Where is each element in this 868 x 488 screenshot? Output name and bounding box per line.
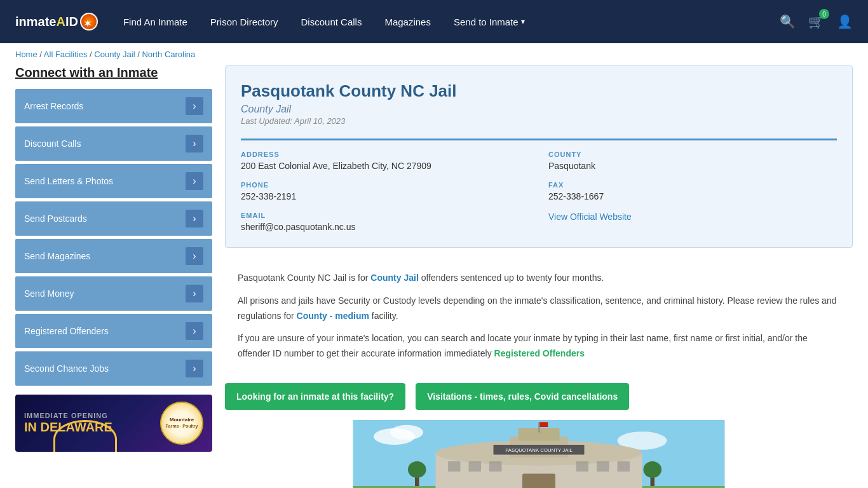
visitation-button[interactable]: Visitations - times, rules, Covid cancel… (416, 383, 629, 410)
main-layout: Connect with an Inmate Arrest Records › … (0, 65, 868, 488)
facility-card: Pasquotank County NC Jail County Jail La… (225, 65, 853, 248)
logo-text: inmate (15, 15, 56, 29)
arrow-icon: › (186, 135, 203, 152)
ad-text: IMMEDIATE OPENING IN DELAWARE (24, 412, 160, 435)
building-illustration: PASQUOTANK COUNTY JAIL (225, 420, 853, 488)
ad-immediate: IMMEDIATE OPENING (24, 412, 160, 419)
svg-rect-15 (618, 461, 630, 471)
svg-rect-10 (448, 461, 461, 471)
sidebar: Connect with an Inmate Arrest Records › … (15, 65, 212, 488)
logo-text2: ID (65, 15, 78, 29)
arrow-icon: › (186, 360, 203, 377)
address-value: 200 East Colonial Ave, Elizabeth City, N… (241, 161, 529, 171)
search-icon[interactable]: 🔍 (780, 14, 796, 29)
nav-magazines[interactable]: Magazines (384, 17, 431, 27)
facility-type: County Jail (241, 104, 837, 115)
sidebar-item-send-postcards[interactable]: Send Postcards › (15, 201, 212, 236)
svg-rect-23 (538, 422, 539, 432)
nav-find-inmate[interactable]: Find An Inmate (123, 17, 187, 27)
phone-value: 252-338-2191 (241, 191, 529, 201)
ad-location: IN DELAWARE (24, 419, 160, 435)
fax-label: FAX (548, 181, 837, 189)
nav-prison-directory[interactable]: Prison Directory (210, 17, 278, 27)
desc-para-1: Pasquotank County NC Jail is for County … (238, 271, 840, 286)
logo[interactable]: inmate A ID ✶ (15, 13, 98, 30)
svg-point-20 (408, 461, 426, 478)
sidebar-title: Connect with an Inmate (15, 65, 212, 80)
email-value: sheriff@co.pasquotank.nc.us (241, 222, 529, 232)
breadcrumb-all-facilities[interactable]: All Facilities (44, 50, 88, 59)
svg-rect-11 (469, 461, 482, 471)
ad-logo: Mountaire Farms · Poultry (160, 402, 203, 445)
desc-para-2: All prisons and jails have Security or C… (238, 294, 840, 324)
breadcrumb: Home / All Facilities / County Jail / No… (0, 43, 868, 65)
address-block: ADDRESS 200 East Colonial Ave, Elizabeth… (241, 151, 529, 171)
facility-info-grid: ADDRESS 200 East Colonial Ave, Elizabeth… (241, 139, 837, 232)
nav-send-to-inmate[interactable]: Send to Inmate ▾ (454, 17, 525, 27)
facility-name: Pasquotank County NC Jail (241, 81, 837, 101)
registered-offenders-link[interactable]: Registered Offenders (494, 348, 585, 358)
sidebar-item-send-letters[interactable]: Send Letters & Photos › (15, 164, 212, 198)
svg-text:PASQUOTANK COUNTY JAIL: PASQUOTANK COUNTY JAIL (505, 447, 573, 453)
user-icon[interactable]: 👤 (837, 14, 853, 29)
arrow-icon: › (186, 247, 203, 265)
county-medium-link[interactable]: County - medium (297, 311, 369, 321)
desc-para-3: If you are unsure of your inmate's locat… (238, 331, 840, 362)
main-content: Pasquotank County NC Jail County Jail La… (225, 65, 853, 488)
breadcrumb-state[interactable]: North Carolina (142, 50, 195, 59)
address-label: ADDRESS (241, 151, 529, 158)
county-block: COUNTY Pasquotank (548, 151, 837, 171)
fax-value: 252-338-1667 (548, 191, 837, 201)
sidebar-item-send-magazines[interactable]: Send Magazines › (15, 239, 212, 273)
chevron-down-icon: ▾ (521, 17, 525, 26)
svg-point-22 (643, 461, 661, 478)
arrow-icon: › (186, 322, 203, 340)
breadcrumb-home[interactable]: Home (15, 50, 37, 59)
sidebar-item-arrest-records[interactable]: Arrest Records › (15, 89, 212, 123)
phone-label: PHONE (241, 181, 529, 189)
action-buttons: Looking for an inmate at this facility? … (225, 383, 853, 410)
nav-discount-calls[interactable]: Discount Calls (301, 17, 362, 27)
fax-block: FAX 252-338-1667 (548, 181, 837, 201)
ad-brand: Mountaire Farms · Poultry (163, 414, 201, 433)
county-label: COUNTY (548, 151, 837, 158)
svg-point-3 (390, 425, 423, 440)
ad-banner[interactable]: IMMEDIATE OPENING IN DELAWARE Mountaire … (15, 395, 212, 452)
county-value: Pasquotank (548, 161, 837, 171)
header-actions: 🔍 🛒 0 👤 (780, 14, 853, 29)
svg-rect-14 (597, 461, 609, 471)
sidebar-item-send-money[interactable]: Send Money › (15, 276, 212, 311)
email-label: EMAIL (241, 212, 529, 219)
cart-icon[interactable]: 🛒 0 (808, 14, 824, 29)
logo-icon: ✶ (80, 13, 98, 30)
logo-highlight: A (56, 15, 65, 29)
phone-block: PHONE 252-338-2191 (241, 181, 529, 201)
arrow-icon: › (186, 285, 203, 302)
breadcrumb-county-jail[interactable]: County Jail (94, 50, 135, 59)
looking-for-inmate-button[interactable]: Looking for an inmate at this facility? (225, 383, 405, 410)
email-block: EMAIL sheriff@co.pasquotank.nc.us (241, 212, 529, 232)
svg-rect-12 (489, 461, 502, 471)
sidebar-item-discount-calls[interactable]: Discount Calls › (15, 126, 212, 161)
arrow-icon: › (186, 210, 203, 227)
facility-updated: Last Updated: April 10, 2023 (241, 116, 837, 126)
site-header: inmate A ID ✶ Find An Inmate Prison Dire… (0, 0, 868, 43)
arrow-icon: › (186, 172, 203, 190)
main-nav: Find An Inmate Prison Directory Discount… (123, 17, 780, 27)
svg-rect-24 (539, 422, 548, 427)
sidebar-item-registered-offenders[interactable]: Registered Offenders › (15, 314, 212, 348)
county-jail-link[interactable]: County Jail (370, 273, 418, 283)
svg-text:✶: ✶ (84, 18, 92, 29)
sidebar-item-second-chance-jobs[interactable]: Second Chance Jobs › (15, 351, 212, 386)
facility-image: PASQUOTANK COUNTY JAIL (225, 420, 853, 488)
facility-description: Pasquotank County NC Jail is for County … (225, 258, 853, 374)
svg-rect-13 (576, 461, 589, 471)
website-block: View Official Website (548, 212, 837, 232)
cart-badge: 0 (819, 9, 829, 19)
svg-rect-16 (522, 473, 555, 488)
arrow-icon: › (186, 97, 203, 115)
official-website-link[interactable]: View Official Website (548, 212, 632, 222)
